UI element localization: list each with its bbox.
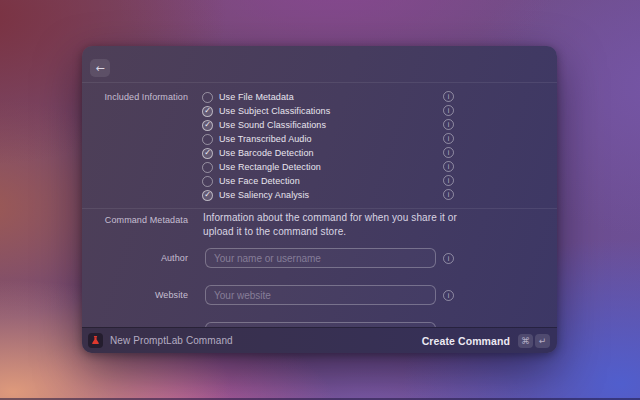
return-key-icon: ↵ xyxy=(535,334,550,348)
checkbox-label: Use Saliency Analysis xyxy=(219,190,309,200)
info-icon[interactable]: i xyxy=(443,105,454,116)
checkbox[interactable]: ✓ xyxy=(202,190,213,201)
checkmark-icon: ✓ xyxy=(204,107,211,115)
checkbox-label: Use File Metadata xyxy=(219,92,294,102)
command-metadata-label: Command Metadata xyxy=(82,213,188,227)
promptlab-app-icon xyxy=(88,333,103,348)
checkbox[interactable] xyxy=(202,134,213,145)
info-icon[interactable]: i xyxy=(443,290,454,301)
new-promptlab-command-window: ← Included Information Use File Metadata… xyxy=(82,46,557,353)
author-label: Author xyxy=(82,251,188,265)
website-label: Website xyxy=(82,288,188,302)
info-icon[interactable]: i xyxy=(443,175,454,186)
checkbox-row-transcribed-audio: Use Transcribed Audio i xyxy=(82,132,557,146)
checkbox-row-file-metadata: Use File Metadata i xyxy=(82,90,557,104)
checkbox-label: Use Barcode Detection xyxy=(219,148,314,158)
checkbox[interactable]: ✓ xyxy=(202,148,213,159)
info-icon[interactable]: i xyxy=(443,91,454,102)
checkbox-row-sound-classifications: ✓ Use Sound Classifications i xyxy=(82,118,557,132)
create-command-button[interactable]: Create Command xyxy=(422,335,510,347)
website-input[interactable] xyxy=(205,285,436,305)
checkbox[interactable] xyxy=(202,162,213,173)
checkbox-label: Use Rectangle Detection xyxy=(219,162,321,172)
checkbox-label: Use Sound Classifications xyxy=(219,120,326,130)
info-icon[interactable]: i xyxy=(443,147,454,158)
checkbox[interactable] xyxy=(202,92,213,103)
info-icon[interactable]: i xyxy=(443,253,454,264)
info-icon[interactable]: i xyxy=(443,161,454,172)
checkbox-row-barcode-detection: ✓ Use Barcode Detection i xyxy=(82,146,557,160)
checkmark-icon: ✓ xyxy=(204,191,211,199)
info-icon[interactable]: i xyxy=(443,133,454,144)
checkbox-list: Use File Metadata i ✓ Use Subject Classi… xyxy=(82,90,557,202)
action-bar: New PromptLab Command Create Command ⌘ ↵ xyxy=(82,327,557,353)
flask-icon xyxy=(90,335,101,346)
command-metadata-description: Information about the command for when y… xyxy=(203,211,465,239)
section-divider xyxy=(82,208,557,209)
desktop-background: ← Included Information Use File Metadata… xyxy=(0,0,640,400)
checkbox[interactable]: ✓ xyxy=(202,120,213,131)
checkbox[interactable] xyxy=(202,176,213,187)
checkbox-label: Use Subject Classifications xyxy=(219,106,330,116)
header-divider xyxy=(82,82,557,83)
window-title: New PromptLab Command xyxy=(110,335,233,346)
back-button[interactable]: ← xyxy=(90,59,110,77)
command-key-icon: ⌘ xyxy=(518,334,533,348)
checkbox-row-saliency-analysis: ✓ Use Saliency Analysis i xyxy=(82,188,557,202)
checkmark-icon: ✓ xyxy=(204,121,211,129)
checkbox-row-rectangle-detection: Use Rectangle Detection i xyxy=(82,160,557,174)
info-icon[interactable]: i xyxy=(443,119,454,130)
checkbox-label: Use Transcribed Audio xyxy=(219,134,312,144)
info-icon[interactable]: i xyxy=(443,189,454,200)
checkmark-icon: ✓ xyxy=(204,149,211,157)
author-input[interactable] xyxy=(205,248,436,268)
checkbox-row-subject-classifications: ✓ Use Subject Classifications i xyxy=(82,104,557,118)
checkbox-row-face-detection: Use Face Detection i xyxy=(82,174,557,188)
checkbox-label: Use Face Detection xyxy=(219,176,300,186)
back-arrow-icon: ← xyxy=(95,62,104,75)
primary-action[interactable]: Create Command ⌘ ↵ xyxy=(422,334,550,348)
checkbox[interactable]: ✓ xyxy=(202,106,213,117)
